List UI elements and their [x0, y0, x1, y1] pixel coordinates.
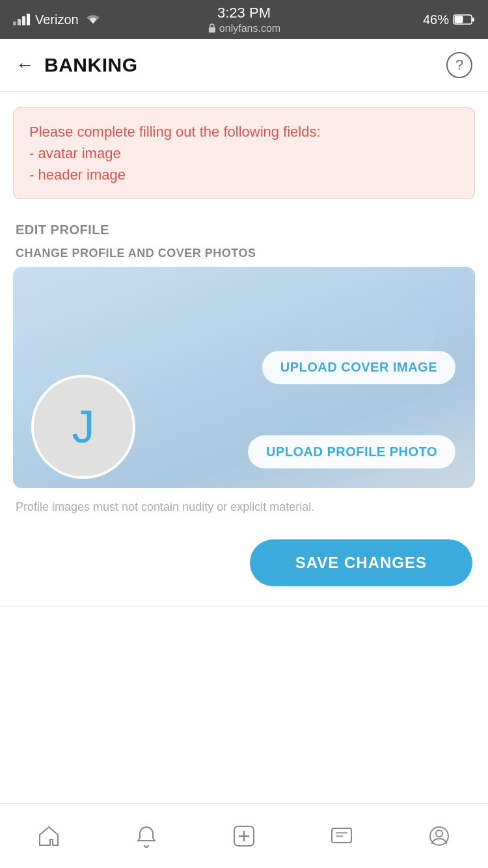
page-header: ← BANKING ?: [0, 39, 488, 92]
upload-profile-button[interactable]: UPLOAD PROFILE PHOTO: [248, 435, 455, 468]
svg-point-11: [436, 830, 442, 837]
nav-messages[interactable]: [322, 817, 361, 856]
wifi-icon: [84, 13, 102, 26]
profile-disclaimer: Profile images must not contain nudity o…: [0, 488, 488, 526]
home-icon: [36, 823, 62, 849]
avatar-letter: J: [72, 401, 95, 453]
status-url: onlyfans.com: [208, 22, 280, 34]
page-title: BANKING: [44, 54, 138, 76]
nav-home[interactable]: [29, 817, 68, 856]
status-bar: Verizon 3:23 PM onlyfans.com 46%: [0, 0, 488, 39]
battery-icon: [453, 14, 475, 25]
profile-photo-area: UPLOAD COVER IMAGE J UPLOAD PROFILE PHOT…: [13, 267, 475, 488]
lock-icon: [208, 23, 217, 33]
help-button[interactable]: ?: [446, 52, 472, 78]
save-btn-container: SAVE CHANGES: [0, 526, 488, 606]
nav-add[interactable]: [224, 817, 264, 856]
back-button[interactable]: ←: [16, 55, 34, 75]
upload-cover-button[interactable]: UPLOAD COVER IMAGE: [262, 351, 455, 384]
battery-label: 46%: [423, 12, 449, 27]
carrier-label: Verizon: [35, 12, 79, 27]
divider: [0, 606, 488, 606]
status-right: 46%: [423, 12, 475, 27]
help-icon-label: ?: [455, 57, 463, 74]
status-time: 3:23 PM: [217, 5, 271, 21]
avatar: J: [31, 375, 135, 479]
header-left: ← BANKING: [16, 54, 138, 76]
bell-icon: [133, 823, 159, 849]
save-changes-button[interactable]: SAVE CHANGES: [250, 539, 472, 586]
profile-icon: [426, 823, 452, 849]
nav-profile[interactable]: [420, 817, 459, 856]
error-text: Please complete filling out the followin…: [29, 121, 459, 185]
nav-notifications[interactable]: [127, 817, 166, 856]
bottom-nav: [0, 803, 488, 868]
status-left: Verizon: [13, 12, 102, 27]
svg-rect-2: [455, 16, 463, 23]
add-icon: [231, 823, 257, 849]
change-photos-label: CHANGE PROFILE AND COVER PHOTOS: [0, 240, 488, 267]
svg-rect-0: [209, 27, 215, 33]
signal-icon: [13, 14, 30, 25]
svg-rect-7: [332, 828, 351, 843]
status-center: 3:23 PM onlyfans.com: [208, 5, 280, 34]
edit-profile-label: EDIT PROFILE: [0, 215, 488, 240]
error-banner: Please complete filling out the followin…: [13, 107, 475, 199]
svg-rect-3: [472, 18, 474, 21]
messages-icon: [329, 823, 355, 849]
